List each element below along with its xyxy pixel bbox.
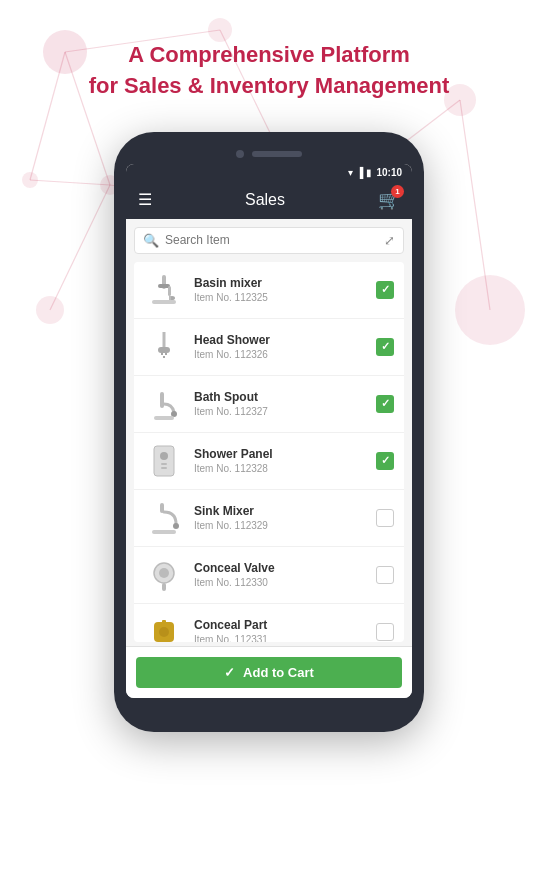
svg-rect-33: [161, 463, 167, 465]
add-to-cart-bar: ✓ Add to Cart: [126, 646, 412, 698]
status-bar: ▾ ▐ ▮ 10:10: [126, 164, 412, 181]
item-checkbox[interactable]: ✓: [376, 338, 394, 356]
phone-screen: ▾ ▐ ▮ 10:10 ☰ Sales 🛒 1 🔍 ⤢: [126, 164, 412, 698]
svg-point-42: [159, 627, 169, 637]
list-item[interactable]: Conceal ValveItem No. 112330: [134, 547, 404, 604]
item-name: Basin mixer: [194, 276, 366, 290]
item-name: Conceal Part: [194, 618, 366, 632]
svg-rect-21: [152, 300, 176, 304]
add-to-cart-button[interactable]: ✓ Add to Cart: [136, 657, 402, 688]
svg-rect-28: [160, 392, 164, 408]
item-checkbox[interactable]: [376, 509, 394, 527]
svg-rect-31: [154, 446, 174, 476]
item-image: [144, 441, 184, 481]
svg-rect-34: [161, 467, 167, 469]
item-number: Item No. 112331: [194, 634, 366, 642]
item-info: Sink MixerItem No. 112329: [194, 504, 366, 531]
time-display: 10:10: [376, 167, 402, 178]
svg-rect-24: [158, 347, 170, 353]
item-name: Head Shower: [194, 333, 366, 347]
search-bar[interactable]: 🔍 ⤢: [134, 227, 404, 254]
items-list: Basin mixerItem No. 112325✓ Head ShowerI…: [134, 262, 404, 642]
svg-rect-37: [152, 530, 176, 534]
item-info: Bath SpoutItem No. 112327: [194, 390, 366, 417]
svg-point-26: [165, 353, 167, 355]
svg-rect-43: [162, 620, 166, 625]
svg-rect-40: [162, 583, 166, 591]
hero-section: A Comprehensive Platform for Sales & Inv…: [0, 0, 538, 122]
cart-badge: 1: [391, 185, 404, 198]
item-image: [144, 327, 184, 367]
item-name: Bath Spout: [194, 390, 366, 404]
item-image: [144, 612, 184, 642]
phone-top: [126, 150, 412, 158]
wifi-icon: ▾: [348, 167, 353, 178]
item-checkbox[interactable]: ✓: [376, 452, 394, 470]
check-mark-icon: ✓: [381, 283, 390, 296]
signal-icon: ▐: [356, 167, 363, 178]
list-item[interactable]: Head ShowerItem No. 112326✓: [134, 319, 404, 376]
item-name: Shower Panel: [194, 447, 366, 461]
svg-point-25: [161, 353, 163, 355]
expand-icon[interactable]: ⤢: [384, 233, 395, 248]
item-image: [144, 498, 184, 538]
svg-point-32: [160, 452, 168, 460]
item-image: [144, 384, 184, 424]
item-number: Item No. 112327: [194, 406, 366, 417]
phone-mockup: ▾ ▐ ▮ 10:10 ☰ Sales 🛒 1 🔍 ⤢: [0, 132, 538, 732]
list-item[interactable]: Bath SpoutItem No. 112327✓: [134, 376, 404, 433]
list-item[interactable]: Sink MixerItem No. 112329: [134, 490, 404, 547]
list-item[interactable]: Shower PanelItem No. 112328✓: [134, 433, 404, 490]
item-image: [144, 270, 184, 310]
item-info: Head ShowerItem No. 112326: [194, 333, 366, 360]
search-icon: 🔍: [143, 233, 159, 248]
item-image: [144, 555, 184, 595]
item-name: Sink Mixer: [194, 504, 366, 518]
menu-icon[interactable]: ☰: [138, 190, 152, 209]
svg-rect-30: [154, 416, 174, 420]
check-mark-icon: ✓: [381, 454, 390, 467]
check-mark-icon: ✓: [381, 397, 390, 410]
list-item[interactable]: Conceal PartItem No. 112331: [134, 604, 404, 642]
search-input[interactable]: [165, 233, 378, 247]
checkmark-icon: ✓: [224, 665, 235, 680]
svg-rect-44: [162, 639, 166, 642]
item-checkbox[interactable]: [376, 623, 394, 641]
item-checkbox[interactable]: ✓: [376, 395, 394, 413]
check-mark-icon: ✓: [381, 340, 390, 353]
phone-body: ▾ ▐ ▮ 10:10 ☰ Sales 🛒 1 🔍 ⤢: [114, 132, 424, 732]
item-info: Basin mixerItem No. 112325: [194, 276, 366, 303]
item-number: Item No. 112329: [194, 520, 366, 531]
item-number: Item No. 112326: [194, 349, 366, 360]
svg-point-27: [163, 356, 165, 358]
phone-camera: [236, 150, 244, 158]
add-to-cart-label: Add to Cart: [243, 665, 314, 680]
svg-rect-19: [168, 286, 171, 296]
item-name: Conceal Valve: [194, 561, 366, 575]
svg-point-36: [173, 523, 179, 529]
item-number: Item No. 112328: [194, 463, 366, 474]
item-checkbox[interactable]: [376, 566, 394, 584]
item-number: Item No. 112325: [194, 292, 366, 303]
item-number: Item No. 112330: [194, 577, 366, 588]
item-info: Shower PanelItem No. 112328: [194, 447, 366, 474]
hero-title: A Comprehensive Platform for Sales & Inv…: [20, 40, 518, 102]
item-info: Conceal PartItem No. 112331: [194, 618, 366, 642]
item-checkbox[interactable]: ✓: [376, 281, 394, 299]
status-bar-icons: ▾ ▐ ▮: [348, 167, 372, 178]
list-item[interactable]: Basin mixerItem No. 112325✓: [134, 262, 404, 319]
item-info: Conceal ValveItem No. 112330: [194, 561, 366, 588]
svg-point-39: [159, 568, 169, 578]
phone-speaker: [252, 151, 302, 157]
app-title: Sales: [245, 191, 285, 209]
battery-icon: ▮: [366, 167, 372, 178]
cart-button[interactable]: 🛒 1: [378, 189, 400, 211]
app-bar: ☰ Sales 🛒 1: [126, 181, 412, 219]
